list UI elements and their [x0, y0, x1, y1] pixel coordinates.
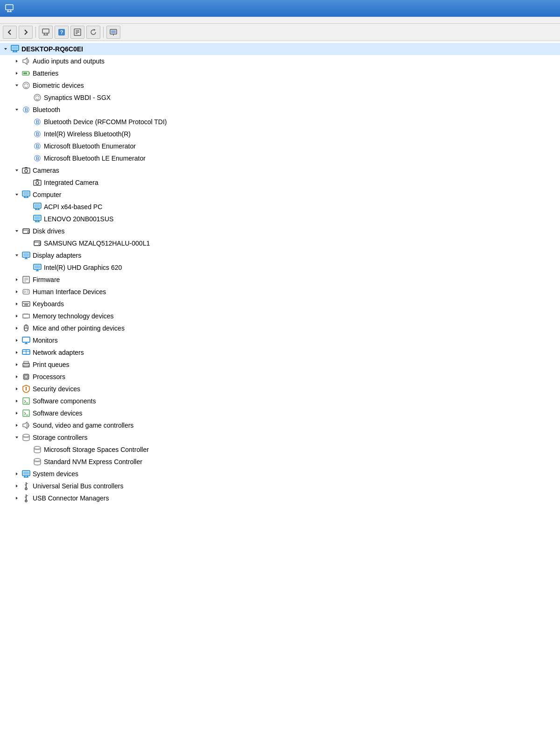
item-label-display: Display adapters [33, 252, 81, 259]
forward-button[interactable] [19, 26, 33, 39]
expand-btn-synaptics[interactable] [24, 94, 32, 101]
tree-item-memory[interactable]: Memory technology devices [0, 310, 560, 322]
tree-item-software_dev[interactable]: Software devices [0, 407, 560, 419]
item-icon-bt2: Ⓑ [33, 129, 42, 139]
expand-btn-storage[interactable] [13, 434, 21, 441]
tree-item-usb[interactable]: Universal Serial Bus controllers [0, 480, 560, 492]
expand-btn-security[interactable] [13, 385, 21, 393]
tree-item-bt1[interactable]: ⒷBluetooth Device (RFCOMM Protocol TDI) [0, 116, 560, 128]
expand-btn-network[interactable] [13, 349, 21, 356]
expand-btn-bluetooth[interactable] [13, 106, 21, 113]
device-tree: DESKTOP-RQ6C0EIAudio inputs and outputsB… [0, 41, 560, 506]
tree-item-lenovo[interactable]: LENOVO 20NB001SUS [0, 213, 560, 225]
tree-item-keyboards[interactable]: Keyboards [0, 298, 560, 310]
expand-btn-keyboards[interactable] [13, 300, 21, 308]
item-icon-monitors [21, 336, 31, 345]
tree-item-hid[interactable]: Human Interface Devices [0, 286, 560, 298]
screen-button[interactable] [106, 26, 120, 39]
expand-btn-sound[interactable] [13, 422, 21, 429]
tree-item-print[interactable]: Print queues [0, 359, 560, 371]
expand-btn-computer[interactable] [13, 191, 21, 198]
tree-item-system[interactable]: System devices [0, 468, 560, 480]
expand-btn-bt2[interactable] [24, 130, 32, 138]
tree-item-synaptics[interactable]: Synaptics WBDI - SGX [0, 92, 560, 104]
tree-item-bt2[interactable]: ⒷIntel(R) Wireless Bluetooth(R) [0, 128, 560, 140]
expand-btn-firmware[interactable] [13, 276, 21, 283]
tree-item-nvme[interactable]: Standard NVM Express Controller [0, 456, 560, 468]
menu-action[interactable] [14, 18, 23, 22]
tree-item-security[interactable]: Security devices [0, 383, 560, 395]
expand-btn-memory[interactable] [13, 312, 21, 320]
tree-item-intel_gpu[interactable]: Intel(R) UHD Graphics 620 [0, 261, 560, 274]
tree-item-biometric[interactable]: Biometric devices [0, 79, 560, 92]
expand-btn-samsung[interactable] [24, 240, 32, 247]
expand-btn-processors[interactable] [13, 373, 21, 381]
expand-btn-disk[interactable] [13, 227, 21, 235]
expand-btn-usb[interactable] [13, 482, 21, 490]
expand-btn-print[interactable] [13, 361, 21, 368]
tree-item-monitors[interactable]: Monitors [0, 334, 560, 346]
tree-item-batteries[interactable]: Batteries [0, 67, 560, 79]
expand-btn-hid[interactable] [13, 288, 21, 296]
tree-item-software_comp[interactable]: Software components [0, 395, 560, 407]
tree-item-root[interactable]: DESKTOP-RQ6C0EI [0, 43, 560, 55]
tree-item-sound[interactable]: Sound, video and game controllers [0, 419, 560, 431]
expand-btn-software_comp[interactable] [13, 397, 21, 405]
back-button[interactable] [3, 26, 17, 39]
tree-item-firmware[interactable]: Firmware [0, 274, 560, 286]
expand-btn-monitors[interactable] [13, 337, 21, 344]
tree-item-disk[interactable]: Disk drives [0, 225, 560, 237]
refresh-button[interactable] [86, 26, 100, 39]
menu-view[interactable] [25, 18, 35, 22]
tree-item-audio[interactable]: Audio inputs and outputs [0, 55, 560, 67]
tree-item-bluetooth[interactable]: ⒷBluetooth [0, 104, 560, 116]
expand-btn-audio[interactable] [13, 57, 21, 65]
expand-btn-mice[interactable] [13, 324, 21, 332]
tree-item-computer[interactable]: Computer [0, 189, 560, 201]
tree-item-network[interactable]: Network adapters [0, 346, 560, 359]
tree-item-samsung[interactable]: SAMSUNG MZALQ512HALU-000L1 [0, 237, 560, 249]
expand-btn-batteries[interactable] [13, 70, 21, 77]
menu-file[interactable] [3, 18, 12, 22]
item-label-bt2: Intel(R) Wireless Bluetooth(R) [44, 130, 131, 138]
tree-item-processors[interactable]: Processors [0, 371, 560, 383]
help-button[interactable]: ? [55, 26, 69, 39]
tree-item-usbconn[interactable]: USB Connector Managers [0, 492, 560, 504]
expand-btn-lenovo[interactable] [24, 215, 32, 223]
item-label-storage: Storage controllers [33, 434, 88, 441]
tree-item-mice[interactable]: Mice and other pointing devices [0, 322, 560, 334]
expand-btn-intel_gpu[interactable] [24, 264, 32, 271]
tree-item-acpi[interactable]: ACPI x64-based PC [0, 201, 560, 213]
item-icon-processors [21, 372, 31, 381]
computer-button[interactable] [39, 26, 53, 39]
expand-btn-bt3[interactable] [24, 142, 32, 150]
item-label-nvme: Standard NVM Express Controller [44, 458, 142, 465]
menu-help[interactable] [36, 18, 46, 22]
item-icon-nvme [33, 457, 42, 466]
expand-btn-display[interactable] [13, 252, 21, 259]
item-icon-software_comp [21, 396, 31, 406]
expand-btn-software_dev[interactable] [13, 409, 21, 417]
expand-btn-usbconn[interactable] [13, 494, 21, 502]
tree-item-storage[interactable]: Storage controllers [0, 431, 560, 444]
tree-item-cameras[interactable]: Cameras [0, 164, 560, 176]
expand-btn-root[interactable] [2, 45, 9, 53]
expand-btn-bt4[interactable] [24, 155, 32, 162]
expand-btn-nvme[interactable] [24, 458, 32, 465]
expand-btn-system[interactable] [13, 470, 21, 478]
item-label-hid: Human Interface Devices [33, 288, 106, 296]
tree-item-cam1[interactable]: Integrated Camera [0, 176, 560, 189]
expand-btn-biometric[interactable] [13, 82, 21, 89]
expand-btn-acpi[interactable] [24, 203, 32, 211]
item-label-cam1: Integrated Camera [44, 179, 98, 186]
properties-button[interactable] [70, 26, 84, 39]
expand-btn-cam1[interactable] [24, 179, 32, 186]
svg-marker-17 [4, 48, 7, 50]
tree-item-bt4[interactable]: ⒷMicrosoft Bluetooth LE Enumerator [0, 152, 560, 164]
tree-item-msstorage[interactable]: Microsoft Storage Spaces Controller [0, 444, 560, 456]
expand-btn-msstorage[interactable] [24, 446, 32, 453]
tree-item-bt3[interactable]: ⒷMicrosoft Bluetooth Enumerator [0, 140, 560, 152]
expand-btn-bt1[interactable] [24, 118, 32, 126]
expand-btn-cameras[interactable] [13, 167, 21, 174]
tree-item-display[interactable]: Display adapters [0, 249, 560, 261]
